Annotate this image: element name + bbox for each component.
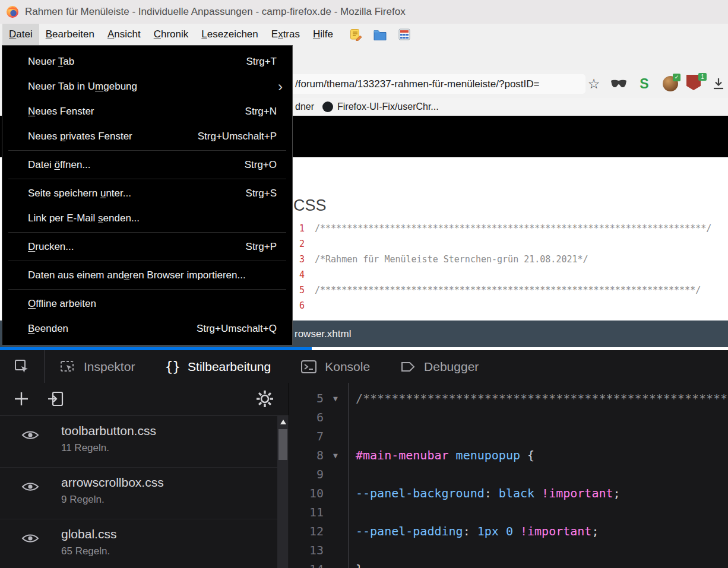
toolbox-target-url: rowser.xhtml bbox=[295, 321, 351, 347]
style-sheet-item[interactable]: toolbarbutton.css 11 Regeln. bbox=[0, 416, 277, 468]
menu-item-offline-arbeiten[interactable]: Offline arbeiten bbox=[2, 291, 292, 316]
shortcut: Strg+O bbox=[245, 159, 277, 171]
menu-item-neues-fenster[interactable]: Neues Fenster Strg+N bbox=[2, 99, 292, 124]
devtools-main: toolbarbutton.css 11 Regeln. arrowscroll… bbox=[0, 383, 728, 568]
tab-inspektor[interactable]: Inspektor bbox=[45, 350, 150, 383]
shortcut: Strg+Umschalt+P bbox=[198, 131, 277, 142]
ublock-shield-icon[interactable]: 1 bbox=[686, 75, 705, 94]
fold-arrow-icon[interactable]: ▼ bbox=[324, 394, 347, 403]
menu-item-neuer-tab-in-umgebung[interactable]: Neuer Tab in Umgebung › bbox=[2, 74, 292, 99]
element-picker-button[interactable] bbox=[0, 350, 45, 383]
menu-item-beenden[interactable]: Beenden Strg+Umschalt+Q bbox=[2, 316, 292, 341]
scroll-up-arrow[interactable] bbox=[277, 416, 289, 428]
menu-item-neues-privates-fenster[interactable]: Neues privates Fenster Strg+Umschalt+P bbox=[2, 124, 292, 149]
eye-icon[interactable] bbox=[21, 481, 39, 493]
devtools-tabbar: Inspektor {} Stilbearbeitung Konsole Deb… bbox=[0, 350, 728, 383]
menu-item-drucken[interactable]: Drucken... Strg+P bbox=[2, 234, 292, 259]
scrollbar[interactable] bbox=[277, 416, 289, 568]
s-shield-icon[interactable]: S bbox=[637, 75, 652, 93]
menubar-item-datei[interactable]: Datei bbox=[2, 24, 39, 45]
menu-item-seite-speichern-unter[interactable]: Seite speichern unter... Strg+S bbox=[2, 181, 292, 206]
shortcut: Strg+T bbox=[246, 56, 277, 68]
shortcut: Strg+Umschalt+Q bbox=[197, 323, 277, 335]
console-icon bbox=[300, 358, 317, 375]
new-style-sheet-button[interactable] bbox=[8, 386, 34, 412]
note-pencil-icon[interactable] bbox=[349, 28, 362, 41]
inspector-icon bbox=[59, 358, 76, 375]
active-tab-accent-line bbox=[0, 347, 312, 350]
menubar-item-bearbeiten[interactable]: Bearbeiten bbox=[39, 24, 101, 45]
style-editor-icon: {} bbox=[164, 359, 180, 375]
fold-arrow-icon[interactable]: ▼ bbox=[324, 451, 347, 460]
page-heading: CSS bbox=[293, 196, 327, 215]
folder-icon[interactable] bbox=[373, 28, 387, 40]
options-button[interactable] bbox=[252, 386, 278, 412]
scrollbar-thumb[interactable] bbox=[278, 429, 287, 460]
menu-separator bbox=[2, 149, 292, 153]
menu-item-neuer-tab[interactable]: Neuer Tab Strg+T bbox=[2, 49, 292, 74]
window-title: Rahmen für Menüleiste - Individuelle Anp… bbox=[25, 6, 406, 18]
firefox-logo-icon bbox=[6, 5, 19, 18]
ublock-badge: 1 bbox=[698, 73, 707, 81]
menu-item-link-per-email-senden[interactable]: Link per E-Mail senden... bbox=[2, 206, 292, 231]
menu-separator bbox=[2, 259, 292, 263]
bookmark-item-github[interactable]: Firefox-UI-Fix/userChr... bbox=[337, 98, 439, 116]
shortcut: Strg+P bbox=[246, 241, 277, 253]
gear-icon bbox=[256, 390, 274, 408]
url-text: /forum/thema/133237-rahmen-für-menüleist… bbox=[295, 74, 574, 94]
debugger-icon bbox=[400, 358, 416, 375]
style-editor-sheet-pane: toolbarbutton.css 11 Regeln. arrowscroll… bbox=[0, 383, 289, 568]
monkey-icon[interactable]: ✓ bbox=[661, 75, 680, 93]
shortcut: Strg+N bbox=[245, 106, 277, 118]
menu-separator bbox=[2, 288, 292, 291]
import-style-sheet-button[interactable] bbox=[43, 386, 69, 412]
plus-icon bbox=[12, 390, 30, 408]
menubar-item-ansicht[interactable]: Ansicht bbox=[101, 24, 147, 45]
file-menu-popup: Neuer Tab Strg+T Neuer Tab in Umgebung ›… bbox=[2, 45, 293, 345]
download-icon[interactable] bbox=[710, 75, 727, 93]
github-icon bbox=[322, 101, 333, 112]
picker-icon bbox=[14, 358, 30, 375]
menu-separator bbox=[2, 231, 292, 234]
style-sheet-item[interactable]: global.css 65 Regeln. bbox=[0, 519, 277, 568]
keypad-grid-icon[interactable] bbox=[398, 28, 411, 41]
menu-item-datei-oeffnen[interactable]: Datei öffnen... Strg+O bbox=[2, 153, 292, 177]
editor-gutter: 5▼ 6 7 8▼ 9 10 11 12 13 14 bbox=[289, 383, 349, 568]
window-titlebar[interactable]: Rahmen für Menüleiste - Individuelle Anp… bbox=[0, 0, 728, 24]
editor-code: /***************************************… bbox=[356, 389, 728, 568]
import-icon bbox=[47, 390, 65, 408]
menubar-item-hilfe[interactable]: Hilfe bbox=[306, 24, 340, 45]
shortcut: Strg+S bbox=[246, 188, 277, 199]
menubar: Datei Bearbeiten Ansicht Chronik Lesezei… bbox=[0, 24, 728, 45]
style-editor-toolbar bbox=[0, 383, 289, 415]
style-editor-source[interactable]: 5▼ 6 7 8▼ 9 10 11 12 13 14 /************… bbox=[289, 383, 728, 568]
eye-icon[interactable] bbox=[21, 429, 39, 441]
tab-debugger[interactable]: Debugger bbox=[385, 350, 493, 383]
bookmark-folder[interactable]: dner bbox=[295, 98, 314, 116]
menubar-item-lesezeichen[interactable]: Lesezeichen bbox=[195, 24, 264, 45]
style-sheet-item[interactable]: arrowscrollbox.css 9 Regeln. bbox=[0, 468, 277, 519]
tab-stilbearbeitung[interactable]: {} Stilbearbeitung bbox=[150, 350, 286, 383]
submenu-arrow-icon: › bbox=[278, 80, 283, 94]
menubar-item-extras[interactable]: Extras bbox=[265, 24, 306, 45]
style-sheet-list: toolbarbutton.css 11 Regeln. arrowscroll… bbox=[0, 416, 277, 568]
menu-item-daten-importieren[interactable]: Daten aus einem anderen Browser importie… bbox=[2, 263, 292, 288]
mask-icon[interactable] bbox=[609, 76, 628, 93]
menu-separator bbox=[2, 177, 292, 181]
check-badge: ✓ bbox=[673, 74, 680, 81]
tab-konsole[interactable]: Konsole bbox=[286, 350, 385, 383]
menubar-item-chronik[interactable]: Chronik bbox=[147, 24, 195, 45]
bookmark-star-icon[interactable]: ☆ bbox=[585, 74, 602, 94]
eye-icon[interactable] bbox=[21, 532, 39, 544]
